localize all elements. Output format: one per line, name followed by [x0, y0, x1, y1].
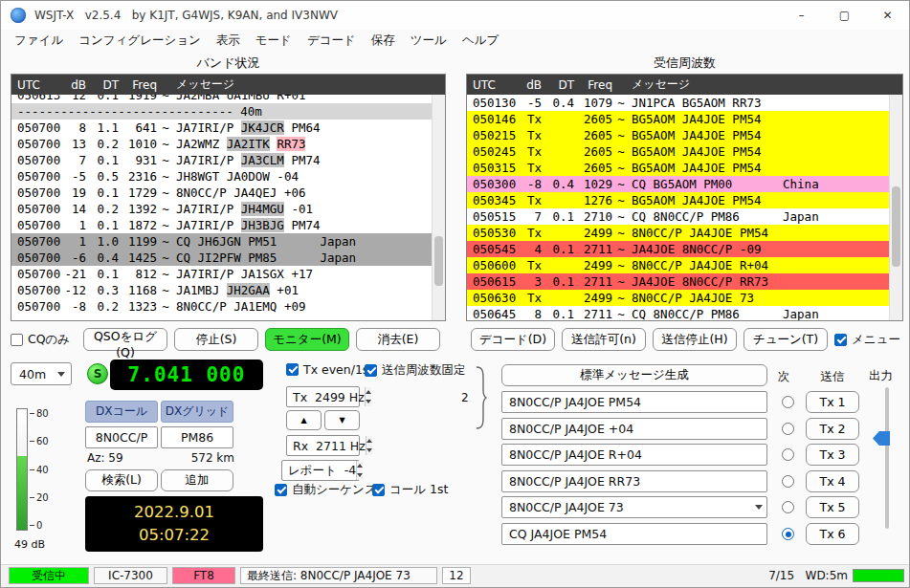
- output-slider-handle[interactable]: [873, 431, 890, 446]
- tx6-button[interactable]: Tx 6: [806, 523, 859, 545]
- spinner-arrows[interactable]: [366, 436, 372, 455]
- next-radio-tx2[interactable]: [782, 423, 794, 435]
- decode-mode: ~: [612, 225, 630, 241]
- decode-row[interactable]: 050700190.11729~8N0CC/P JA4QEJ +06: [11, 185, 433, 201]
- menu-item[interactable]: 保存: [364, 33, 403, 49]
- decode-row[interactable]: 050630Tx2499~8N0CC/P JA4JOE 73: [467, 290, 890, 306]
- decode-dt: 0.2: [86, 136, 119, 152]
- decode-row[interactable]: 05070010.11872~JA7IRI/P JH3BJG PM74: [11, 217, 433, 233]
- dx-grid-input[interactable]: PM86: [161, 426, 233, 448]
- tx-freq-spinner[interactable]: Tx 2499 Hz: [286, 386, 360, 407]
- halt-tx-button[interactable]: 送信停止(H): [653, 328, 737, 351]
- next-radio-tx1[interactable]: [782, 396, 794, 408]
- next-radio-tx5[interactable]: [782, 501, 794, 513]
- control-buttons: QSOをログ(Q)停止(S)モニター(M)消去(E)デコード(D)送信許可(n)…: [83, 328, 834, 351]
- decode-row[interactable]: 050700-120.31168~JA1MBJ JH2GAA +01: [11, 282, 433, 298]
- menu-item[interactable]: ファイル: [7, 33, 71, 49]
- decode-column-header: UTCdBDTFreqメッセージ: [467, 75, 902, 95]
- decode-row[interactable]: 050700140.21392~JA7IRI/P JH4MGU -01: [11, 201, 433, 217]
- next-radio-tx6[interactable]: [782, 528, 794, 540]
- message-field-tx3[interactable]: 8N0CC/P JA4JOE R+04: [501, 444, 767, 466]
- tx1-button[interactable]: Tx 1: [806, 391, 859, 413]
- spinner-arrows[interactable]: [365, 387, 371, 406]
- message-field-tx2[interactable]: 8N0CC/P JA4JOE +04: [501, 418, 767, 440]
- decode-row[interactable]: 05064580.12711~CQ 8N0CC/P PM86 Japan: [467, 306, 890, 320]
- decode-row[interactable]: 050700-50.52316~JH8WGT JA0DOW -04: [11, 168, 433, 185]
- decode-row[interactable]: 050300-80.41029~CQ BG5AOM PM00 China: [467, 176, 890, 192]
- vertical-scrollbar[interactable]: [432, 95, 445, 320]
- menu-checkbox[interactable]: メニュー: [834, 332, 900, 348]
- decode-button[interactable]: デコード(D): [471, 328, 555, 351]
- decode-row[interactable]: 050245Tx2605~BG5AOM JA4JOE PM54: [467, 143, 890, 160]
- generate-messages-button[interactable]: 標準メッセージ生成: [501, 364, 767, 386]
- hold-tx-freq-checkbox[interactable]: 送信周波数固定: [365, 362, 466, 379]
- decode-row[interactable]: 050600Tx2499~8N0CC/P JA4JOE R+04: [467, 257, 890, 273]
- message-field-tx1[interactable]: 8N0CC/P JA4JOE PM54: [501, 391, 767, 413]
- maximize-button[interactable]: ▢: [823, 1, 866, 30]
- next-radio-tx4[interactable]: [782, 475, 794, 488]
- decode-row[interactable]: 050700-60.41425~CQ JI2PFW PM85 Japan: [11, 250, 433, 266]
- decode-row[interactable]: 05061530.12711~JA4JOE 8N0CC/P RR73: [467, 273, 890, 290]
- stop-button[interactable]: 停止(S): [174, 328, 258, 351]
- message-field-tx6[interactable]: CQ JA4JOE PM54: [501, 523, 767, 545]
- tx-even-checkbox[interactable]: Tx even/1st: [286, 362, 373, 377]
- decode-row[interactable]: 05051570.12710~CQ 8N0CC/P PM86 Japan: [467, 208, 890, 225]
- decode-row[interactable]: 05070070.1931~JA7IRI/P JA3CLM PM74: [11, 152, 433, 168]
- auto-seq-checkbox[interactable]: 自動シーケンス: [275, 482, 377, 498]
- rx-freq-spinner[interactable]: Rx 2711 Hz: [286, 435, 360, 456]
- erase-button[interactable]: 消去(E): [356, 328, 440, 351]
- output-power-slider[interactable]: [885, 387, 889, 529]
- tx2-button[interactable]: Tx 2: [806, 418, 859, 440]
- rig-status-indicator[interactable]: S: [87, 363, 108, 384]
- tune-button[interactable]: チューン(T): [744, 328, 828, 351]
- decode-row[interactable]: 05070011.01199~CQ JH6JGN PM51 Japan: [11, 233, 433, 250]
- decode-row[interactable]: 050146Tx2605~BG5AOM JA4JOE PM54: [467, 111, 890, 127]
- close-button[interactable]: ✕: [866, 1, 909, 30]
- band-select[interactable]: 40m: [11, 362, 72, 385]
- enable-tx-button[interactable]: 送信許可(n): [562, 328, 646, 351]
- decode-row[interactable]: 050700130.21010~JA2WMZ JA2ITK RR73: [11, 136, 433, 152]
- down-button[interactable]: ▼: [324, 410, 360, 430]
- decode-message-segment: PM74: [284, 153, 321, 167]
- add-button[interactable]: 追加: [161, 469, 233, 491]
- decode-row[interactable]: 050315Tx2605~BG5AOM JA4JOE PM54: [467, 160, 890, 176]
- message-field-tx4[interactable]: 8N0CC/P JA4JOE RR73: [501, 470, 767, 492]
- lookup-button[interactable]: 検索(L): [85, 469, 158, 491]
- decode-row[interactable]: 050345Tx1276~BG5AOM JA4JOE PM54: [467, 192, 890, 208]
- scrollbar-thumb[interactable]: [434, 236, 443, 286]
- vertical-scrollbar[interactable]: [889, 95, 902, 320]
- tx3-button[interactable]: Tx 3: [806, 444, 859, 466]
- menu-item[interactable]: ツール: [403, 33, 455, 49]
- up-button[interactable]: ▲: [286, 410, 322, 430]
- next-radio-tx3[interactable]: [782, 448, 794, 461]
- menu-item[interactable]: コンフィグレーション: [71, 33, 209, 49]
- tx5-button[interactable]: Tx 5: [806, 496, 859, 518]
- monitor-button[interactable]: モニター(M): [265, 328, 349, 351]
- decode-row[interactable]: 050130-50.41079~JN1PCA BG5AOM RR73: [467, 95, 890, 111]
- menu-item[interactable]: 表示: [209, 33, 248, 49]
- call-first-checkbox[interactable]: コール 1st: [372, 482, 448, 498]
- log-qso-button[interactable]: QSOをログ(Q): [83, 328, 167, 351]
- decode-row[interactable]: 050700-80.21323~8N0CC/P JA1EMQ +09: [11, 298, 433, 315]
- dx-call-input[interactable]: 8N0CC/P: [85, 426, 158, 448]
- tab-2-label[interactable]: 2: [461, 391, 469, 404]
- spinner-arrows[interactable]: [356, 461, 363, 480]
- report-spinner[interactable]: レポート -4: [281, 460, 360, 481]
- message-field-tx5[interactable]: 8N0CC/P JA4JOE 73: [501, 496, 767, 518]
- decode-row[interactable]: 050215Tx2605~BG5AOM JA4JOE PM54: [467, 127, 890, 143]
- minimize-button[interactable]: –: [780, 1, 823, 30]
- decode-db: -5: [515, 95, 542, 111]
- tx4-button[interactable]: Tx 4: [806, 470, 859, 492]
- decode-row[interactable]: 05070081.1641~JA7IRI/P JK4JCR PM64: [11, 120, 433, 136]
- menu-item[interactable]: デコード: [300, 33, 364, 49]
- decode-row[interactable]: 05054540.12711~JA4JOE 8N0CC/P -09: [467, 241, 890, 257]
- scrollbar-thumb[interactable]: [892, 186, 900, 267]
- chevron-down-icon[interactable]: [755, 505, 763, 510]
- decode-message: 8N0CC/P JA4JOE 73: [630, 290, 890, 306]
- cq-only-checkbox[interactable]: CQのみ: [11, 332, 83, 348]
- decode-row[interactable]: 050530Tx2499~8N0CC/P JA4JOE PM54: [467, 225, 890, 241]
- decode-row[interactable]: 050700-210.1812~JA7IRI/P JA1SGX +17: [11, 266, 433, 282]
- menu-item[interactable]: ヘルプ: [455, 33, 506, 49]
- decode-row[interactable]: 050613120.11919~JA2MBA UA1MBU R+01: [11, 95, 433, 103]
- menu-item[interactable]: モード: [248, 33, 300, 49]
